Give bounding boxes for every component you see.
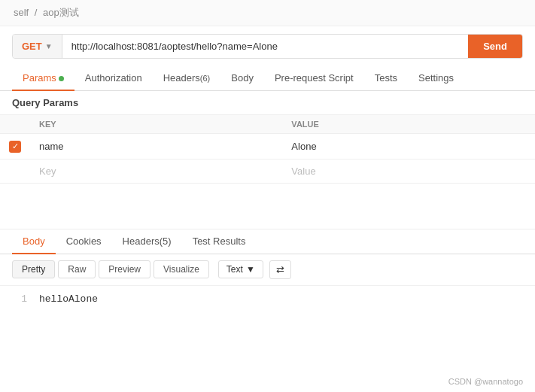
send-button[interactable]: Send [468,35,522,58]
url-input[interactable] [62,35,469,58]
wrap-button[interactable]: ⇄ [269,260,291,279]
format-bar: Pretty Raw Preview Visualize Text ▼ ⇄ [0,254,535,286]
response-tab-headers[interactable]: Headers(5) [112,229,182,254]
key-placeholder: Key [39,166,56,177]
method-label: GET [22,41,42,52]
params-dot [59,76,64,81]
col-check-header [0,115,30,134]
method-select[interactable]: GET ▼ [13,35,62,58]
value-placeholder: Value [291,166,315,177]
wrap-icon: ⇄ [276,264,284,275]
tab-authorization[interactable]: Authorization [74,66,153,91]
response-tab-nav: Body Cookies Headers(5) Test Results [0,229,535,254]
code-area: 1 helloAlone [0,286,535,312]
response-section: Body Cookies Headers(5) Test Results Pre… [0,229,535,312]
request-tab-nav: Params Authorization Headers(6) Body Pre… [0,66,535,91]
chevron-down-icon: ▼ [45,42,53,50]
tab-pre-request-script[interactable]: Pre-request Script [264,66,364,91]
table-row-empty: Key Value [0,159,535,183]
breadcrumb-self[interactable]: self [14,7,29,18]
tab-body[interactable]: Body [220,66,264,91]
params-table: KEY VALUE ✓ name Alone Key Value [0,114,535,184]
row-checkbox-cell: ✓ [0,134,30,160]
visualize-button[interactable]: Visualize [154,260,209,278]
raw-button[interactable]: Raw [58,260,96,278]
footer-text: CSDN @wannatogo [448,377,523,386]
row-key-cell[interactable]: name [30,134,282,160]
tab-headers[interactable]: Headers(6) [153,66,221,91]
col-value-header: VALUE [282,115,535,134]
chevron-down-icon: ▼ [246,264,255,275]
breadcrumb: self / aop测试 [0,0,535,26]
code-content: helloAlone [39,293,98,305]
text-format-dropdown[interactable]: Text ▼ [218,260,263,278]
footer: CSDN @wannatogo [448,377,523,386]
table-row: ✓ name Alone [0,134,535,160]
code-line: 1 helloAlone [12,293,523,305]
row-value-cell[interactable]: Alone [282,134,535,160]
dropdown-label: Text [226,264,243,275]
response-tab-test-results[interactable]: Test Results [182,229,257,254]
tab-tests[interactable]: Tests [364,66,408,91]
breadcrumb-separator: / [35,7,38,18]
pretty-button[interactable]: Pretty [12,260,55,278]
tab-params[interactable]: Params [12,66,74,91]
row-checkbox[interactable]: ✓ [9,141,21,153]
preview-button[interactable]: Preview [99,260,150,278]
response-tab-cookies[interactable]: Cookies [56,229,112,254]
col-key-header: KEY [30,115,282,134]
response-tab-body[interactable]: Body [12,229,56,254]
tab-settings[interactable]: Settings [408,66,464,91]
breadcrumb-page[interactable]: aop测试 [43,7,79,18]
query-params-title: Query Params [0,91,535,114]
line-number: 1 [12,293,27,305]
url-bar: GET ▼ Send [12,34,523,59]
